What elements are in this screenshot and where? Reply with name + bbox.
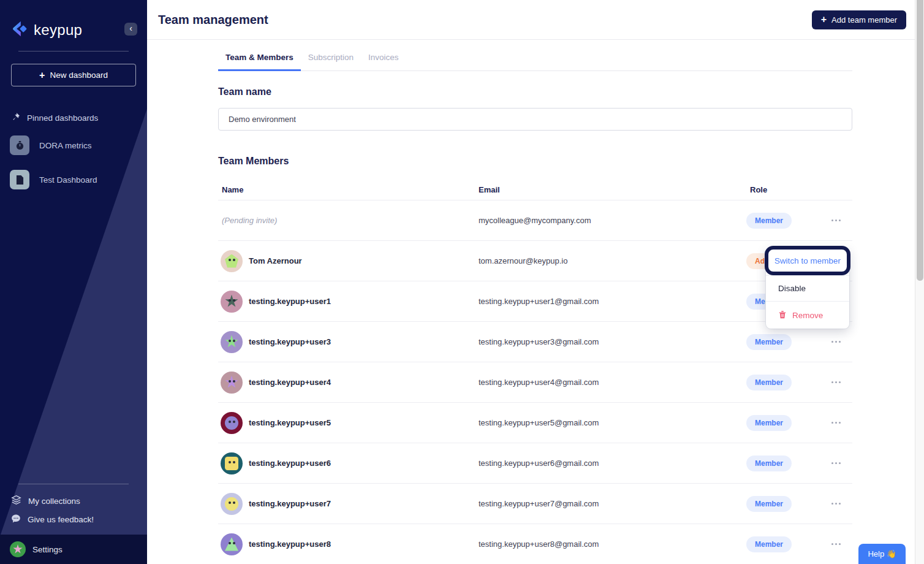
member-email: testing.keypup+user1@gmail.com [475,297,746,306]
avatar-eyes [229,380,231,383]
team-name-input[interactable] [218,108,852,131]
member-email: testing.keypup+user6@gmail.com [475,459,746,468]
avatar [221,331,243,353]
trash-icon [778,310,787,321]
layers-icon [11,495,21,507]
avatar-shape [225,295,238,308]
member-role-cell: Member [746,496,830,512]
tab-team-members[interactable]: Team & Members [218,53,301,71]
scrollbar-thumb[interactable] [917,0,923,281]
row-actions-cell [830,539,852,549]
menu-item-disable[interactable]: Disable [766,275,849,301]
member-email: testing.keypup+user7@gmail.com [475,499,746,508]
menu-item-label: Switch to member [774,256,841,265]
avatar-eyes [229,461,231,463]
add-team-member-label: Add team member [831,15,897,25]
sidebar-item-test-dashboard[interactable]: Test Dashboard [0,167,147,192]
avatar-eyes [229,501,231,504]
pinned-item-label: Test Dashboard [39,175,97,185]
page-header: Team management + Add team member [147,0,915,40]
row-menu-button[interactable] [830,337,852,346]
menu-item-label: Remove [792,311,823,320]
avatar [221,412,243,434]
tab-invoices[interactable]: Invoices [361,53,406,71]
role-badge: Member [746,415,792,431]
table-row: testing.keypup+user3testing.keypup+user3… [218,321,852,362]
row-menu-button[interactable] [830,539,852,549]
tabs-bar: Team & MembersSubscriptionInvoices [218,40,852,71]
avatar-shape [225,457,238,470]
member-name-cell: testing.keypup+user4 [218,372,475,394]
member-role-cell: Member [746,455,830,471]
avatar-eyes [229,542,231,544]
content: Team name Team Members NameEmailRole (Pe… [218,86,852,564]
team-members-heading: Team Members [218,156,852,167]
menu-item-remove[interactable]: Remove [766,301,849,329]
sidebar-divider [18,484,129,484]
row-menu-button[interactable] [830,459,852,468]
row-menu-button[interactable] [830,378,852,387]
team-name-heading: Team name [218,86,852,97]
avatar [221,291,243,313]
sidebar: keypup ‹ + New dashboard Pinned dashboar… [0,0,147,564]
table-header-row: NameEmailRole [218,180,852,200]
table-row: (Pending invite)mycolleague@mycompany.co… [218,200,852,240]
pinned-item-label: DORA metrics [39,141,92,150]
new-dashboard-button[interactable]: + New dashboard [11,64,136,86]
member-email: tom.azernour@keypup.io [475,256,746,265]
member-email: mycolleague@mycompany.com [475,216,746,225]
pinned-dashboards-label: Pinned dashboards [27,113,98,123]
avatar-shape [225,376,238,389]
sidebar-item-my-collections[interactable]: My collections [0,492,147,510]
avatar-shape [225,416,238,430]
avatar [221,493,243,515]
role-badge: Member [746,213,792,229]
avatar [221,372,243,394]
column-header-role: Role [746,185,830,194]
row-menu-button[interactable] [830,216,852,225]
help-button[interactable]: Help 👋 [858,544,906,564]
row-actions-cell [830,216,852,225]
column-header-email: Email [475,185,746,194]
page-title: Team management [158,13,268,27]
member-name: testing.keypup+user1 [249,297,331,306]
row-menu-button[interactable] [830,418,852,427]
logo-text: keypup [34,21,82,39]
avatar [221,250,243,272]
add-team-member-button[interactable]: + Add team member [812,10,906,29]
avatar [221,452,243,474]
avatar-eyes [229,421,231,423]
tab-subscription[interactable]: Subscription [301,53,361,71]
member-name-cell: testing.keypup+user7 [218,493,475,515]
member-name: testing.keypup+user8 [249,539,331,549]
member-name-cell: testing.keypup+user5 [218,412,475,434]
member-name-cell: testing.keypup+user8 [218,533,475,555]
sidebar-item-feedback[interactable]: Give us feedback! [0,510,147,528]
member-name-cell: Tom Azernour [218,250,475,272]
document-icon [10,170,29,189]
member-name-cell: (Pending invite) [218,216,475,225]
sidebar-item-settings[interactable]: Settings [0,535,147,564]
column-header-name: Name [218,185,475,194]
role-badge: Member [746,536,792,552]
member-role-cell: Member [746,334,830,350]
page-scrollbar[interactable] [915,0,924,564]
logo: keypup ‹ [0,0,147,40]
row-actions-cell [830,378,852,387]
new-dashboard-label: New dashboard [50,70,108,80]
member-role-cell: Member [746,536,830,552]
sidebar-item-dora-metrics[interactable]: DORA metrics [0,133,147,158]
member-name: testing.keypup+user5 [249,418,331,427]
member-name-cell: testing.keypup+user1 [218,291,475,313]
row-context-menu: Switch to memberDisableRemove [766,248,849,329]
row-menu-button[interactable] [830,499,852,508]
table-body: (Pending invite)mycolleague@mycompany.co… [218,200,852,564]
feedback-label: Give us feedback! [28,515,94,524]
sidebar-collapse-button[interactable]: ‹ [124,23,137,36]
member-name: Tom Azernour [249,256,302,265]
table-row: testing.keypup+user4testing.keypup+user4… [218,362,852,402]
member-name: testing.keypup+user7 [249,499,331,508]
team-members-table: NameEmailRole (Pending invite)mycolleagu… [218,180,852,564]
menu-item-switch-to-member[interactable]: Switch to member [765,246,850,275]
plus-icon: + [821,14,827,25]
